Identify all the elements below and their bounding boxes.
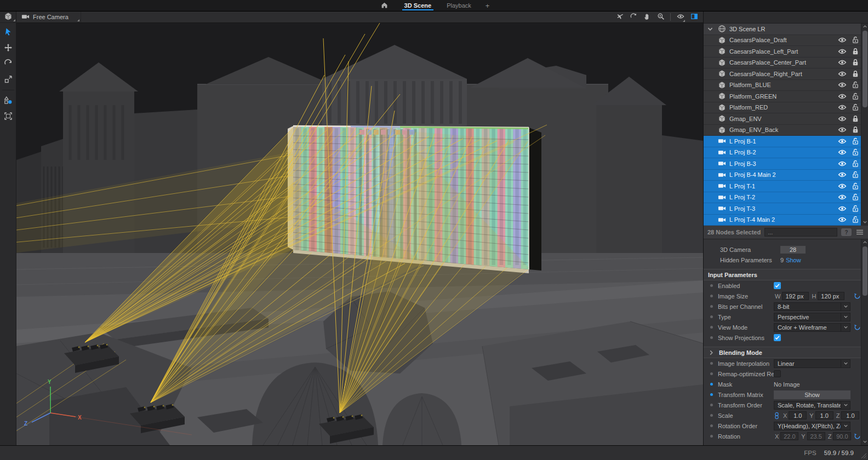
lock-toggle[interactable] xyxy=(851,215,860,224)
side-panel-toggle-button[interactable] xyxy=(688,12,700,23)
orbit-mode-button[interactable] xyxy=(627,12,639,23)
lock-toggle[interactable] xyxy=(851,193,860,202)
dropdown[interactable]: 8-bit xyxy=(774,302,850,311)
lock-toggle[interactable] xyxy=(851,182,860,191)
visibility-toggle[interactable] xyxy=(838,182,847,191)
hierarchy-item-row[interactable]: L Proj B-3 xyxy=(704,158,861,170)
lock-toggle[interactable] xyxy=(851,125,860,134)
reset-icon[interactable] xyxy=(854,324,861,331)
home-button[interactable] xyxy=(373,0,396,11)
parameter-filter-input[interactable] xyxy=(764,228,837,237)
add-tab-button[interactable]: + xyxy=(480,0,495,11)
region-select-button[interactable] xyxy=(0,111,16,122)
reset-icon[interactable] xyxy=(854,292,861,300)
scene-3d-view[interactable]: YXZ xyxy=(16,23,703,445)
visibility-toggle[interactable] xyxy=(838,47,847,56)
lock-toggle[interactable] xyxy=(851,148,860,157)
tab-playback[interactable]: Playback xyxy=(440,0,478,11)
dropdown[interactable]: Linear xyxy=(774,359,850,368)
hierarchy-item-row[interactable]: CaesarsPalace_Right_Part xyxy=(704,68,861,80)
fly-mode-button[interactable] xyxy=(614,12,625,23)
visibility-toggle[interactable] xyxy=(838,215,847,224)
section-header[interactable]: Blending Mode xyxy=(704,347,861,358)
reset-icon[interactable] xyxy=(854,433,861,440)
display-options-button[interactable] xyxy=(675,12,686,23)
hierarchy-item-row[interactable]: L Proj B-2 xyxy=(704,147,861,159)
hierarchy-item-row[interactable]: Platform_RED xyxy=(704,102,861,114)
link-values-icon[interactable] xyxy=(774,412,780,419)
lock-toggle[interactable] xyxy=(851,36,860,44)
properties-scrollbar[interactable] xyxy=(861,239,868,445)
lock-toggle[interactable] xyxy=(851,92,860,101)
move-tool-button[interactable] xyxy=(0,42,16,54)
shape-filter-button[interactable] xyxy=(0,95,16,106)
visibility-toggle[interactable] xyxy=(838,114,847,123)
visibility-toggle[interactable] xyxy=(838,81,847,89)
visibility-toggle[interactable] xyxy=(838,125,847,134)
scroll-up-arrow[interactable] xyxy=(861,239,868,246)
lock-toggle[interactable] xyxy=(851,204,860,213)
hierarchy-scrollbar[interactable] xyxy=(861,24,868,226)
zoom-mode-button[interactable] xyxy=(655,12,666,23)
hierarchy-root-row[interactable]: 3D Scene LR xyxy=(704,24,861,35)
lock-toggle[interactable] xyxy=(851,70,860,78)
dropdown[interactable]: Color + Wireframe xyxy=(774,323,850,332)
hierarchy-item-row[interactable]: Platform_BLUE xyxy=(704,80,861,91)
expand-chevron-icon[interactable] xyxy=(707,26,713,32)
checkbox[interactable] xyxy=(774,370,781,377)
visibility-toggle[interactable] xyxy=(838,204,847,213)
checkbox[interactable] xyxy=(774,282,781,289)
scroll-down-arrow[interactable] xyxy=(861,439,868,445)
height-field[interactable]: 120 px xyxy=(818,292,844,300)
visibility-toggle[interactable] xyxy=(838,148,847,157)
visibility-toggle[interactable] xyxy=(838,92,847,101)
camera-selector[interactable]: Free Camera xyxy=(16,12,81,22)
number-field[interactable]: 1.0 xyxy=(789,411,807,419)
visibility-toggle[interactable] xyxy=(838,70,847,78)
hierarchy-item-row[interactable]: L Proj T-4 Main 2 xyxy=(704,215,861,226)
help-button[interactable]: ? xyxy=(841,228,852,236)
lock-toggle[interactable] xyxy=(851,159,860,168)
lock-toggle[interactable] xyxy=(851,170,860,179)
hierarchy-item-row[interactable]: L Proj T-1 xyxy=(704,181,861,192)
panel-menu-icon[interactable] xyxy=(855,228,864,237)
number-field[interactable]: 22.0 xyxy=(780,432,798,440)
dropdown[interactable]: Y(Heading), X(Pitch), Z(B xyxy=(774,422,850,430)
scroll-down-arrow[interactable] xyxy=(861,219,868,226)
show-matrix-button[interactable]: Show xyxy=(774,390,850,399)
hierarchy-item-row[interactable]: Platform_GREEN xyxy=(704,91,861,102)
show-hidden-link[interactable]: Show xyxy=(786,257,801,263)
lock-toggle[interactable] xyxy=(851,58,860,67)
hierarchy-item-row[interactable]: CaesarsPalace_Left_Part xyxy=(704,46,861,58)
scale-tool-button[interactable] xyxy=(0,74,16,85)
dropdown[interactable]: Perspective xyxy=(774,313,850,321)
hierarchy-item-row[interactable]: L Proj T-2 xyxy=(704,192,861,204)
lock-toggle[interactable] xyxy=(851,103,860,112)
number-field[interactable]: 1.0 xyxy=(815,411,833,419)
dropdown[interactable]: Scale, Rotate, Translate xyxy=(774,401,850,410)
hierarchy-item-row[interactable]: Gmap_ENV xyxy=(704,113,861,125)
hierarchy-item-row[interactable]: L Proj T-3 xyxy=(704,203,861,215)
number-field[interactable]: 1.0 xyxy=(841,411,859,419)
node-create-menu-button[interactable] xyxy=(0,12,16,23)
width-field[interactable]: 192 px xyxy=(782,292,809,300)
scene-canvas[interactable]: YXZ xyxy=(16,23,703,445)
lock-toggle[interactable] xyxy=(851,114,860,123)
scroll-up-arrow[interactable] xyxy=(861,24,868,30)
hierarchy-item-row[interactable]: CaesarsPalace_Center_Part xyxy=(704,58,861,69)
lock-toggle[interactable] xyxy=(851,47,860,56)
scroll-thumb[interactable] xyxy=(863,31,867,107)
visibility-toggle[interactable] xyxy=(838,193,847,202)
visibility-toggle[interactable] xyxy=(838,36,847,44)
visibility-toggle[interactable] xyxy=(838,58,847,67)
visibility-toggle[interactable] xyxy=(838,103,847,112)
lock-toggle[interactable] xyxy=(851,137,860,146)
hierarchy-item-row[interactable]: Gmap_ENV_Back xyxy=(704,125,861,136)
visibility-toggle[interactable] xyxy=(838,159,847,168)
collapse-chevron-icon[interactable] xyxy=(708,349,715,356)
lock-toggle[interactable] xyxy=(851,81,860,89)
select-tool-button[interactable] xyxy=(0,26,16,38)
visibility-toggle[interactable] xyxy=(838,137,847,146)
resize-grip[interactable] xyxy=(860,452,867,459)
tab-3d-scene[interactable]: 3D Scene xyxy=(398,0,438,11)
